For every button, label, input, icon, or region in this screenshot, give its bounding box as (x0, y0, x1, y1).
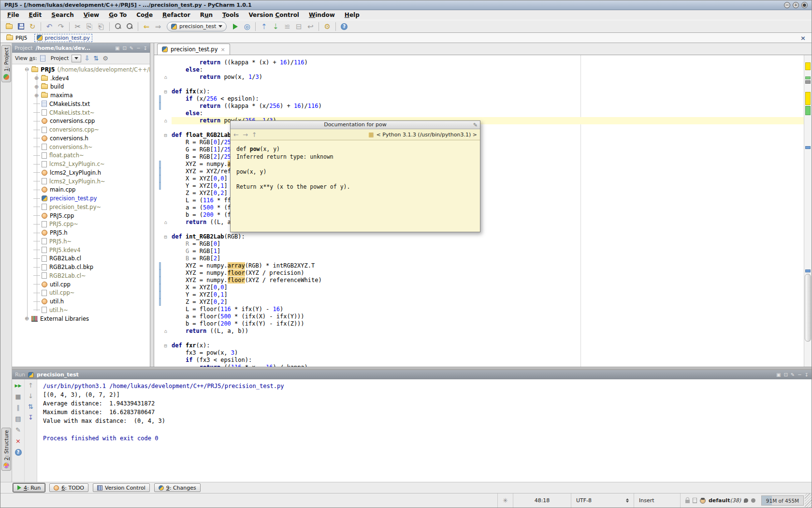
error-stripe-scrollbar[interactable] (804, 55, 812, 367)
tree-item-conversions-cpp-[interactable]: conversions.cpp~ (12, 125, 150, 134)
sdk-selector[interactable]: ▦ < Python 3.1.3 (/usr/bin/python3.1) > (368, 131, 477, 138)
view-as-dropdown[interactable] (72, 55, 81, 62)
scroll-to-cursor-icon[interactable]: ↧ (28, 414, 33, 421)
resize-grip[interactable] (805, 493, 812, 508)
run-coverage-icon[interactable]: ◎ (241, 21, 253, 31)
stripe-mark[interactable] (805, 269, 811, 272)
tree-item-prj5-cpp-[interactable]: PRJ5.cpp~ (12, 220, 150, 229)
toolwindow-button-6-todo[interactable]: 6: TODO (49, 483, 88, 492)
menu-search[interactable]: Search (46, 11, 78, 19)
down-icon[interactable]: ↓ (28, 393, 33, 400)
redo-icon[interactable]: ↷ (55, 21, 67, 31)
stripe-mark[interactable] (805, 106, 811, 115)
stop-icon[interactable]: ■ (15, 393, 21, 400)
notification-bubble-icon[interactable] (744, 498, 748, 503)
code-line[interactable]: G = RGB[1] (154, 248, 804, 255)
fold-end-icon[interactable]: ⌂ (162, 117, 169, 124)
fold-end-icon[interactable]: ⌂ (162, 74, 169, 81)
sidebar-tab-project[interactable]: 1: Project (1, 45, 11, 82)
float-icon[interactable]: ▣ (115, 45, 119, 51)
tree-item-rgb2lab-cl[interactable]: RGB2Lab.cl (12, 254, 150, 263)
pause-icon[interactable]: ‖ (16, 404, 20, 411)
code-line[interactable]: L = floor(116 * ifx(Y) - 16) (154, 306, 804, 313)
hide-icon[interactable]: ↧ (805, 372, 809, 377)
minimize-button[interactable]: − (784, 2, 790, 8)
horizontal-splitter[interactable] (12, 367, 812, 370)
tree-item-prj5[interactable]: ⊖PRJ5 (/home/lukas/development/C++/PRJ5) (12, 65, 150, 74)
code-line[interactable]: XYZ = numpy.array(RGB) * intRGB2XYZ.T (154, 262, 804, 269)
code-line[interactable]: XYZ = numpy.floor(XYZ / referenceWhite) (154, 277, 804, 284)
window-titlebar[interactable]: PRJ5 - [/home/lukas/development/C++/PRJ5… (0, 0, 812, 10)
tree-item-prj5-cpp[interactable]: PRJ5.cpp (12, 211, 150, 220)
caret-position-widget[interactable]: 48:18 (513, 493, 571, 508)
minimize-icon[interactable]: − (136, 45, 140, 51)
tree-item-precision-test-py[interactable]: precision_test.py (12, 194, 150, 203)
fold-end-icon[interactable]: ⌂ (162, 328, 169, 335)
layout-icon[interactable]: ▤ (15, 416, 21, 422)
code-line[interactable] (154, 335, 804, 342)
menu-view[interactable]: View (79, 11, 104, 19)
hide-icon[interactable]: ↧ (144, 45, 147, 51)
code-line[interactable]: X = XYZ[0,0] (154, 284, 804, 291)
tree-item-rgb2lab-cl-bkp[interactable]: RGB2Lab.cl.bkp (12, 263, 150, 271)
compare-icon[interactable]: ≌ (281, 21, 293, 31)
code-editor[interactable]: return ((kappa * (x) + 16)/116) else:⌂ r… (154, 55, 812, 367)
back-icon[interactable]: ← (233, 131, 239, 138)
tree-item-precision-test-py-[interactable]: precision_test.py~ (12, 203, 150, 211)
tree-item-cmakelists-txt[interactable]: CMakeLists.txt (12, 100, 150, 108)
synchronize-icon[interactable]: ↻ (27, 21, 38, 31)
run-console[interactable]: /usr/bin/python3.1 /home/lukas/developme… (37, 379, 812, 482)
tree-item-prj5-h-[interactable]: PRJ5.h~ (12, 237, 150, 246)
stripe-mark[interactable] (805, 92, 811, 105)
rollback-icon[interactable]: ↩ (304, 21, 316, 31)
tree-item-lcms2-lxyplugin-h[interactable]: lcms2_LxyPlugin.h (12, 168, 150, 177)
toolwindow-button-version-control[interactable]: Version Control (93, 483, 150, 492)
code-line[interactable]: ⊟def ifx(x): (154, 88, 804, 95)
pin-icon[interactable]: ✎ (130, 45, 133, 51)
paste-icon[interactable]: ⎗ (95, 21, 107, 31)
collapse-all-icon[interactable]: ⇅ (93, 55, 99, 62)
tree-item-util-cpp-[interactable]: util.cpp~ (12, 289, 150, 298)
dock-icon[interactable]: ⊡ (783, 372, 787, 377)
menu-file[interactable]: File (2, 11, 24, 19)
code-line[interactable] (154, 81, 804, 88)
pin-icon[interactable]: ✎ (15, 427, 21, 433)
menu-go-to[interactable]: Go To (104, 11, 131, 19)
run-icon[interactable] (230, 21, 241, 31)
vertical-splitter[interactable] (150, 43, 154, 367)
run-header[interactable]: Run precision_test ▣⊡✎−↧ (12, 370, 812, 379)
project-header[interactable]: Project /home/lukas/dev... ▣⊡✎−↧ (12, 43, 150, 53)
tree-item-external-libraries[interactable]: ⊕External Libraries (12, 314, 150, 323)
tree-item--kdev4[interactable]: ⊕.kdev4 (12, 74, 150, 83)
tree-item-conversions-cpp[interactable]: conversions.cpp (12, 117, 150, 126)
fold-open-icon[interactable]: ⊟ (162, 233, 169, 240)
background-task-indicator[interactable]: ✳ (497, 493, 513, 508)
forward-icon[interactable]: ⇒ (152, 21, 164, 31)
minimize-icon[interactable]: − (798, 372, 801, 377)
close-tab-icon[interactable]: × (220, 46, 225, 53)
code-line[interactable]: if (x/256 < epsilon): (154, 95, 804, 103)
menu-version-control[interactable]: Version Control (244, 11, 304, 19)
up-icon[interactable]: ↑ (28, 382, 33, 389)
readonly-lock-icon[interactable] (685, 500, 690, 503)
replace-icon[interactable] (124, 21, 135, 31)
memory-indicator[interactable]: 91M of 455M (761, 495, 804, 506)
fold-open-icon[interactable]: ⊟ (162, 132, 169, 139)
profile-name[interactable]: default(38) (709, 497, 741, 504)
run-configuration-select[interactable]: precision_test (167, 22, 227, 31)
hector-inspector-icon[interactable] (700, 498, 706, 504)
gear-icon[interactable]: ⚙ (102, 55, 108, 62)
code-line[interactable]: ⊟def fxr(x): (154, 342, 804, 349)
code-line[interactable]: fx3 = pow(x, 3) (154, 349, 804, 357)
code-line[interactable]: else: (154, 66, 804, 74)
highlighting-level-icon[interactable] (693, 498, 697, 503)
close-icon[interactable]: × (800, 34, 806, 42)
code-line[interactable]: ⌂ return ((L, a, b)) (154, 328, 804, 335)
event-log-icon[interactable] (751, 498, 755, 503)
encoding-widget[interactable]: UTF-8 (571, 493, 634, 508)
close-button[interactable]: ● (801, 2, 808, 8)
tree-item-rgb2lab-cl-[interactable]: RGB2Lab.cl~ (12, 271, 150, 280)
code-line[interactable]: B = RGB[2] (154, 255, 804, 262)
close-icon[interactable]: × (15, 438, 21, 445)
tree-item-prj5-h[interactable]: PRJ5.h (12, 228, 150, 237)
